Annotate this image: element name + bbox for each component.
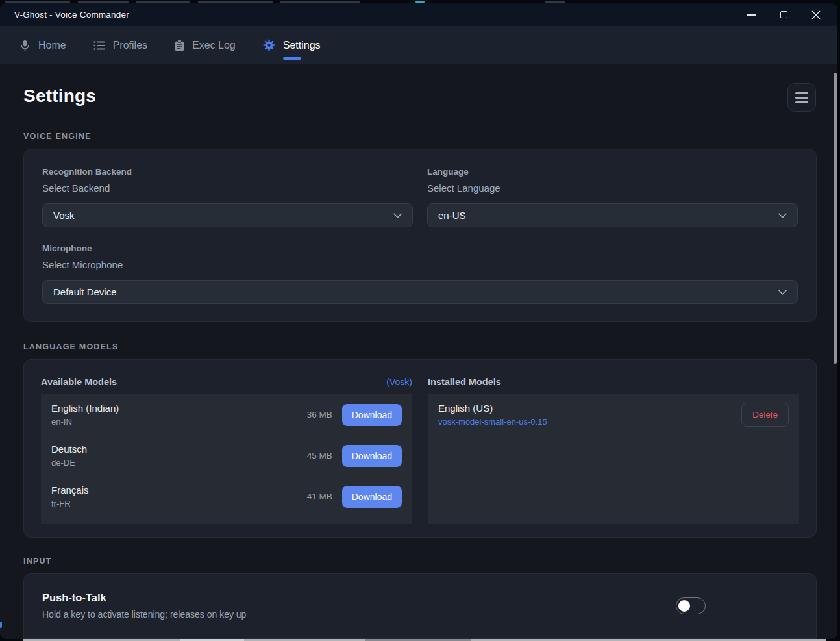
model-size: 45 MB bbox=[307, 451, 332, 460]
installed-models-column: Installed Models English (US) vosk-model… bbox=[428, 377, 799, 524]
page-title: Settings bbox=[23, 86, 96, 107]
model-name: English (Indian) bbox=[51, 403, 119, 414]
selected-value: Default Device bbox=[53, 286, 117, 297]
active-tab-indicator bbox=[283, 57, 301, 60]
language-models-card: Available Models (Vosk) English (Indian)… bbox=[23, 359, 817, 538]
hamburger-icon bbox=[795, 92, 808, 94]
minimize-icon bbox=[747, 14, 756, 16]
maximize-icon bbox=[780, 11, 787, 18]
close-button[interactable] bbox=[800, 3, 832, 26]
scrollbar-thumb[interactable] bbox=[834, 73, 837, 364]
available-models-list: English (Indian) en-IN 36 MB Download De… bbox=[41, 394, 412, 524]
model-size: 36 MB bbox=[307, 410, 332, 420]
field-recognition-backend: Recognition Backend Select Backend Vosk bbox=[42, 167, 413, 227]
window-title: V-Ghost - Voice Commander bbox=[14, 10, 129, 19]
input-card: Push-to-Talk Hold a key to activate list… bbox=[23, 573, 817, 639]
download-button[interactable]: Download bbox=[342, 404, 402, 426]
download-button[interactable]: Download bbox=[342, 486, 402, 508]
tab-profiles[interactable]: Profiles bbox=[93, 26, 147, 64]
app-window: V-Ghost - Voice Commander bbox=[0, 3, 837, 639]
available-models-column: Available Models (Vosk) English (Indian)… bbox=[41, 377, 412, 524]
installed-models-list: English (US) vosk-model-small-en-us-0.15… bbox=[428, 394, 799, 524]
model-id: vosk-model-small-en-us-0.15 bbox=[438, 417, 547, 427]
titlebar: V-Ghost - Voice Commander bbox=[0, 3, 837, 26]
tab-label: Exec Log bbox=[192, 40, 236, 51]
toggle-knob bbox=[678, 600, 690, 612]
chevron-down-icon bbox=[393, 213, 402, 218]
model-name: English (US) bbox=[438, 403, 547, 414]
background-window-fragment bbox=[545, 1, 565, 3]
tab-exec-log[interactable]: Exec Log bbox=[175, 26, 236, 64]
field-microphone: Microphone Select Microphone Default Dev… bbox=[42, 244, 798, 304]
gear-icon bbox=[263, 39, 275, 51]
tab-label: Profiles bbox=[113, 40, 147, 51]
available-models-title: Available Models bbox=[41, 377, 117, 387]
backend-badge: (Vosk) bbox=[386, 377, 412, 387]
field-sublabel: Select Backend bbox=[42, 182, 413, 194]
backend-select[interactable]: Vosk bbox=[42, 203, 413, 227]
model-row: Français fr-FR 41 MB Download bbox=[41, 476, 412, 517]
background-taskbar-fragment bbox=[0, 622, 2, 628]
tab-label: Home bbox=[38, 40, 66, 51]
model-row: English (Indian) en-IN 36 MB Download bbox=[41, 394, 412, 435]
model-row: Deutsch de-DE 45 MB Download bbox=[41, 435, 412, 476]
list-icon bbox=[93, 40, 105, 51]
close-icon bbox=[811, 10, 821, 19]
push-to-talk-toggle[interactable] bbox=[676, 597, 706, 614]
clipboard-icon bbox=[175, 40, 184, 51]
microphone-icon bbox=[19, 40, 31, 51]
model-row: English (US) vosk-model-small-en-us-0.15… bbox=[428, 394, 799, 435]
section-label-language-models: LANGUAGE MODELS bbox=[23, 342, 118, 351]
background-window-fragment bbox=[136, 1, 190, 3]
background-window-fragment bbox=[198, 1, 273, 3]
model-code: fr-FR bbox=[51, 499, 89, 509]
background-window-fragment bbox=[280, 1, 360, 3]
field-language: Language Select Language en-US bbox=[427, 167, 798, 227]
background-window-fragment bbox=[5, 1, 70, 3]
model-name: Deutsch bbox=[51, 444, 87, 455]
background-window-fragment bbox=[415, 1, 425, 3]
tab-settings[interactable]: Settings bbox=[263, 26, 321, 64]
tab-label: Settings bbox=[283, 40, 321, 51]
chevron-down-icon bbox=[778, 213, 787, 218]
model-size: 41 MB bbox=[307, 492, 332, 501]
hamburger-icon bbox=[795, 97, 808, 99]
settings-page: Settings VOICE ENGINE Recognition Backen… bbox=[0, 64, 837, 639]
voice-engine-card: Recognition Backend Select Backend Vosk … bbox=[23, 149, 817, 322]
field-sublabel: Select Microphone bbox=[42, 259, 798, 270]
main-navigation: Home Profiles Exec Log bbox=[0, 26, 837, 64]
maximize-button[interactable] bbox=[767, 3, 800, 26]
model-code: de-DE bbox=[51, 458, 87, 468]
section-label-voice-engine: VOICE ENGINE bbox=[23, 132, 92, 141]
window-controls bbox=[735, 3, 832, 26]
field-label: Language bbox=[427, 167, 798, 177]
language-select[interactable]: en-US bbox=[427, 203, 798, 227]
model-code: en-IN bbox=[51, 417, 119, 427]
hamburger-icon bbox=[795, 101, 808, 103]
chevron-down-icon bbox=[778, 290, 787, 295]
field-sublabel: Select Language bbox=[427, 182, 798, 194]
divider bbox=[42, 635, 798, 635]
section-label-input: INPUT bbox=[23, 557, 52, 566]
delete-button[interactable]: Delete bbox=[741, 403, 789, 427]
microphone-select[interactable]: Default Device bbox=[42, 280, 798, 304]
tab-home[interactable]: Home bbox=[19, 26, 66, 64]
selected-value: en-US bbox=[438, 210, 466, 221]
background-window-fragment bbox=[78, 1, 129, 3]
menu-button[interactable] bbox=[787, 83, 816, 112]
field-label: Microphone bbox=[42, 244, 798, 253]
model-name: Français bbox=[51, 484, 89, 496]
selected-value: Vosk bbox=[53, 210, 75, 221]
minimize-button[interactable] bbox=[735, 3, 767, 26]
download-button[interactable]: Download bbox=[342, 445, 402, 467]
installed-models-title: Installed Models bbox=[428, 377, 501, 387]
field-label: Recognition Backend bbox=[42, 167, 413, 177]
